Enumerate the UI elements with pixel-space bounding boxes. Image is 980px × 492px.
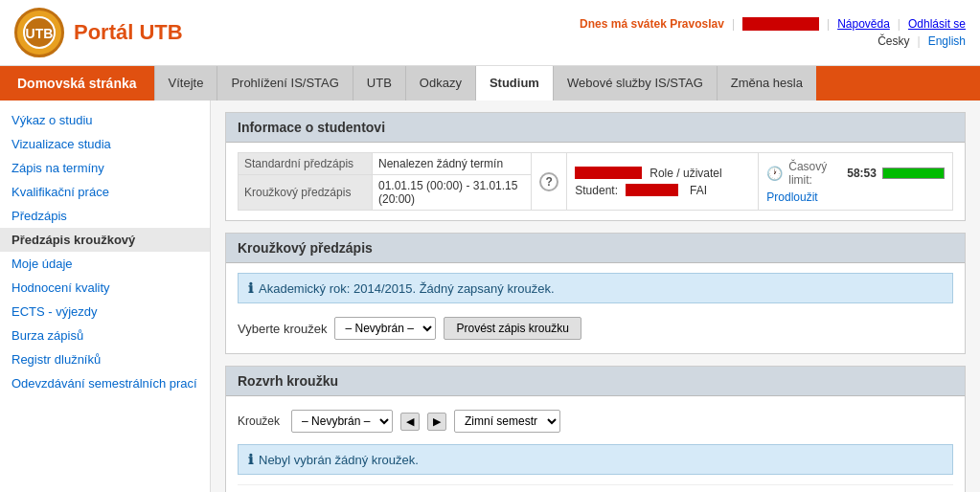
separator2: |: [827, 17, 830, 31]
faculty-label: FAI: [690, 184, 707, 197]
krouzek-value-cell: 01.01.15 (00:00) - 31.01.15 (20:00): [373, 175, 532, 211]
timer-value: 58:53: [847, 167, 877, 180]
student-label: Student:: [575, 184, 618, 197]
tab-prohlizeni[interactable]: Prohlížení IS/STAG: [217, 66, 352, 101]
krouzek-select[interactable]: – Nevybrán –: [334, 317, 436, 340]
krouzek-info-text: Akademický rok: 2014/2015. Žádný zapsaný…: [259, 281, 555, 296]
student-label-row: Student: FAI: [575, 184, 750, 197]
sidebar-item-ects[interactable]: ECTS - výjezdy: [0, 300, 210, 324]
sidebar-item-registr[interactable]: Registr dlužníků: [0, 347, 210, 371]
rozvrh-semestr-select[interactable]: Zimní semestr: [454, 410, 560, 433]
sidebar-item-kvalifikacni[interactable]: Kvalifikační práce: [0, 180, 210, 204]
prolong-container: Prodloužit: [766, 190, 945, 204]
student-info-row: Role / uživatel: [575, 167, 750, 180]
sidebar-item-zapis-terminy[interactable]: Zápis na termíny: [0, 156, 210, 180]
rozvrh-section: Rozvrh kroužku Kroužek – Nevybrán – ◀ ▶ …: [225, 366, 966, 492]
sidebar-item-odevzdavani[interactable]: Odevzdávání semestrálních prací: [0, 371, 210, 395]
student-redacted-badge: [626, 184, 678, 196]
rozvrh-nav-right[interactable]: ▶: [427, 413, 446, 431]
logo-icon: UTB: [14, 8, 64, 57]
krouzek-info-bar: ℹ Akademický rok: 2014/2015. Žádný zapsa…: [238, 273, 953, 303]
language-bar: Česky | English: [580, 34, 966, 48]
rozvrh-info-text: Nebyl vybrán žádný kroužek.: [259, 453, 419, 467]
header: UTB Portál UTB Dnes má svátek Pravoslav …: [0, 0, 980, 66]
sidebar: Výkaz o studiu Vizualizace studia Zápis …: [0, 101, 211, 492]
rozvrh-dropdown-row: Kroužek – Nevybrán – ◀ ▶ Zimní semestr: [238, 406, 953, 436]
timer-progress-bar: [882, 168, 945, 179]
krouzek-section: Kroužkový předzápis ℹ Akademický rok: 20…: [225, 233, 966, 354]
sidebar-item-vykaz[interactable]: Výkaz o studiu: [0, 108, 210, 132]
role-label: Role / uživatel: [650, 167, 721, 180]
vyberte-label: Vyberte kroužek: [238, 322, 327, 336]
sidebar-item-hodnoceni[interactable]: Hodnocení kvality: [0, 276, 210, 300]
krouzek-dropdown-row: Vyberte kroužek – Nevybrán – Provést záp…: [238, 313, 953, 344]
svg-text:UTB: UTB: [26, 26, 54, 41]
tab-utb[interactable]: UTB: [353, 66, 405, 101]
rozvrh-empty-text: Rozvrh neobsahuje žádné akce: [238, 484, 953, 492]
rozvrh-info-icon: ℹ: [248, 452, 253, 467]
rozvrh-section-body: Kroužek – Nevybrán – ◀ ▶ Zimní semestr ℹ…: [226, 396, 965, 492]
tab-vitejte[interactable]: Vítejte: [154, 66, 217, 101]
student-info-table: Standardní předzápis Nenalezen žádný ter…: [238, 152, 953, 211]
krouzek-section-title: Kroužkový předzápis: [226, 234, 965, 263]
top-bar: Dnes má svátek Pravoslav | | Nápověda | …: [580, 17, 966, 31]
student-info-body: Standardní předzápis Nenalezen žádný ter…: [226, 143, 965, 220]
main-content: Informace o studentovi Standardní předzá…: [211, 101, 980, 492]
info-icon: ℹ: [248, 280, 253, 296]
rozvrh-info-bar: ℹ Nebyl vybrán žádný kroužek.: [238, 444, 953, 475]
rozvrh-nav-left[interactable]: ◀: [400, 413, 420, 431]
user-redacted-badge: [742, 17, 819, 31]
help-link[interactable]: Nápověda: [837, 17, 890, 31]
tab-odkazy[interactable]: Odkazy: [405, 66, 475, 101]
tab-zmenahesla[interactable]: Změna hesla: [717, 66, 816, 101]
content-area: Výkaz o studiu Vizualizace studia Zápis …: [0, 101, 980, 492]
role-redacted-badge: [575, 167, 642, 179]
separator3: |: [898, 17, 900, 31]
header-right: Dnes má svátek Pravoslav | | Nápověda | …: [580, 17, 966, 48]
sidebar-item-vizualizace[interactable]: Vizualizace studia: [0, 132, 210, 156]
rozvrh-krouzek-label: Kroužek: [238, 414, 280, 428]
table-row: Standardní předzápis Nenalezen žádný ter…: [239, 153, 953, 175]
sidebar-item-burza[interactable]: Burza zápisů: [0, 324, 210, 347]
krouzek-section-body: ℹ Akademický rok: 2014/2015. Žádný zapsa…: [226, 263, 965, 353]
rozvrh-section-title: Rozvrh kroužku: [226, 367, 965, 396]
rozvrh-krouzek-select[interactable]: – Nevybrán –: [291, 410, 393, 433]
tab-studium[interactable]: Studium: [475, 66, 553, 101]
tab-websluzby[interactable]: Webové služby IS/STAG: [553, 66, 717, 101]
prolong-link[interactable]: Prodloužit: [766, 190, 817, 204]
timer-label: Časový limit:: [788, 160, 841, 187]
logout-link[interactable]: Odhlásit se: [908, 17, 966, 31]
logo-area: UTB Portál UTB: [14, 8, 183, 57]
timer-area: 🕐 Časový limit: 58:53: [766, 160, 945, 187]
saint-day-text: Dnes má svátek Pravoslav: [580, 17, 724, 31]
lang-cz-link[interactable]: Česky: [877, 34, 909, 48]
standard-value: Nenalezen žádný termín: [373, 153, 532, 175]
sidebar-item-predzapis-krouzky[interactable]: Předzápis kroužkový: [0, 228, 210, 252]
main-navigation: Domovská stránka Vítejte Prohlížení IS/S…: [0, 66, 980, 101]
sidebar-item-predzapis[interactable]: Předzápis: [0, 204, 210, 228]
home-tab[interactable]: Domovská stránka: [0, 66, 154, 101]
student-info-section: Informace o studentovi Standardní předzá…: [225, 112, 966, 221]
separator1: |: [732, 17, 735, 31]
lang-sep: |: [918, 34, 921, 48]
student-info-title: Informace o studentovi: [226, 113, 965, 143]
krouzek-label-cell: Kroužkový předzápis: [239, 175, 373, 211]
clock-icon: 🕐: [766, 166, 783, 181]
lang-en-link[interactable]: English: [928, 34, 966, 48]
portal-title: Portál UTB: [74, 20, 183, 45]
help-button[interactable]: ?: [539, 172, 558, 191]
zapis-krouzku-button[interactable]: Provést zápis kroužku: [444, 317, 581, 340]
sidebar-item-moje-udaje[interactable]: Moje údaje: [0, 252, 210, 276]
standard-label: Standardní předzápis: [239, 153, 373, 175]
